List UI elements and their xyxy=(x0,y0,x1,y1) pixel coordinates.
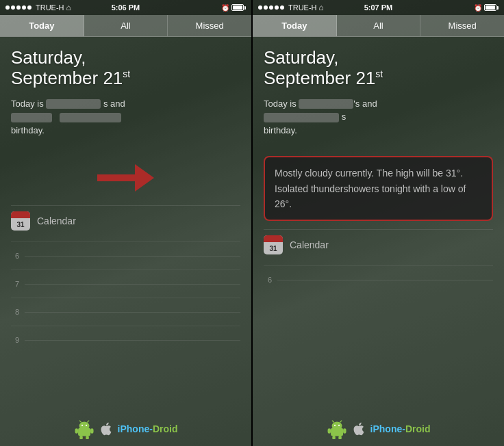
blurred-name2-left xyxy=(11,113,52,122)
notification-tabs-right[interactable]: Today All Missed xyxy=(253,15,504,37)
svg-point-13 xyxy=(333,425,335,426)
dot1 xyxy=(5,5,10,10)
calendar-label-right: Calendar xyxy=(290,239,329,250)
notification-tabs-left[interactable]: Today All Missed xyxy=(0,15,251,37)
date-line1-left: Saturday, xyxy=(11,47,86,68)
right-arrow xyxy=(97,164,154,192)
apple-logo-right xyxy=(351,421,366,436)
content-right: Saturday, September 21st Today is 's and… xyxy=(253,37,504,150)
svg-rect-8 xyxy=(90,428,94,434)
wifi-icon-right: ⌂ xyxy=(319,3,324,12)
status-left-right: TRUE-H ⌂ xyxy=(258,3,324,12)
svg-point-12 xyxy=(331,422,342,430)
cal-header-right xyxy=(264,235,283,242)
dot5r xyxy=(280,5,284,10)
svg-line-6 xyxy=(87,421,88,422)
carrier-right: TRUE-H xyxy=(288,3,317,12)
tab-all-right[interactable]: All xyxy=(337,15,421,36)
date-line1-right: Saturday, xyxy=(264,47,338,68)
tab-today-left[interactable]: Today xyxy=(0,15,84,36)
time-line-9-left: 9 xyxy=(11,326,240,354)
dot1r xyxy=(258,5,262,10)
android-logo-right xyxy=(327,419,347,439)
calendar-section-left: 31 Calendar xyxy=(0,205,251,236)
birthday-text-right: Today is 's and s birthday. xyxy=(264,97,493,137)
carrier-left: TRUE-H xyxy=(36,3,64,12)
svg-point-3 xyxy=(81,425,82,426)
date-heading-right: Saturday, September 21st xyxy=(264,48,493,89)
status-right-right: ⏰ xyxy=(474,4,499,12)
svg-rect-7 xyxy=(75,428,78,434)
time-6-right: 6 xyxy=(264,276,272,284)
date-suffix-right: st xyxy=(375,68,383,79)
watermark-iphone-left: iPhone xyxy=(118,423,150,434)
dot2 xyxy=(11,5,15,10)
arrow-line xyxy=(97,174,135,181)
watermark-droid-right: Droid xyxy=(405,423,431,434)
time-line-6-right: 6 xyxy=(264,265,493,293)
battery-right xyxy=(484,4,499,11)
battery-left xyxy=(231,4,246,11)
svg-line-15 xyxy=(332,421,333,422)
svg-line-16 xyxy=(340,421,341,422)
birthday-intro-right: Today is xyxy=(264,99,297,109)
cal-body-right: 31 xyxy=(264,242,283,254)
date-suffix-left: st xyxy=(123,68,130,79)
watermark-iphone-right: iPhone xyxy=(370,423,403,434)
watermark-text-left: iPhone-Droid xyxy=(118,423,178,434)
time-lines-right: 6 xyxy=(253,260,504,299)
dot5 xyxy=(27,5,32,10)
watermark-right: iPhone-Droid xyxy=(327,419,431,439)
status-right-left: ⏰ xyxy=(221,4,246,12)
svg-rect-17 xyxy=(327,428,331,434)
time-left: 5:06 PM xyxy=(112,3,140,12)
birthday-suffix-right: birthday. xyxy=(264,125,297,135)
cal-body-left: 31 xyxy=(11,218,30,231)
tab-missed-right[interactable]: Missed xyxy=(420,15,504,36)
calendar-item-right: 31 Calendar xyxy=(264,229,493,260)
status-left-left: TRUE-H ⌂ xyxy=(5,3,71,12)
svg-point-0 xyxy=(77,437,91,439)
svg-line-5 xyxy=(79,421,81,422)
rule-9-left xyxy=(25,340,240,341)
time-lines-left: 6 7 8 9 xyxy=(0,236,251,359)
svg-rect-9 xyxy=(79,436,83,439)
svg-point-14 xyxy=(338,425,339,426)
rule-6-right xyxy=(277,280,493,280)
time-line-7-left: 7 xyxy=(11,270,240,298)
android-logo-left xyxy=(74,419,94,439)
arrow-head xyxy=(135,164,154,192)
svg-rect-18 xyxy=(343,428,346,434)
date-line2-left: September 21 xyxy=(11,68,123,88)
right-phone-panel: TRUE-H ⌂ 5:07 PM ⏰ Today All Missed Satu… xyxy=(253,0,504,446)
svg-rect-19 xyxy=(332,436,336,439)
rule-7-left xyxy=(25,284,240,285)
time-6-left: 6 xyxy=(11,252,19,260)
blurred-name1-right xyxy=(299,99,353,109)
status-bar-right: TRUE-H ⌂ 5:07 PM ⏰ xyxy=(253,0,504,15)
watermark-text-right: iPhone-Droid xyxy=(370,423,431,434)
birthday-text-left: Today is s and birthday. xyxy=(11,97,240,137)
tab-today-right[interactable]: Today xyxy=(253,15,337,36)
status-bar-left: TRUE-H ⌂ 5:06 PM ⏰ xyxy=(0,0,251,15)
tab-all-left[interactable]: All xyxy=(84,15,168,36)
signal-dots-right xyxy=(258,5,284,10)
arrow-area xyxy=(0,150,251,205)
blurred-name3-left xyxy=(60,113,121,122)
birthday-connector-left: s and xyxy=(103,99,125,109)
rule-8-left xyxy=(25,312,240,313)
alarm-icon-left: ⏰ xyxy=(221,4,229,12)
birthday-intro-left: Today is xyxy=(11,99,44,109)
rule-6-left xyxy=(25,256,240,257)
left-phone-panel: TRUE-H ⌂ 5:06 PM ⏰ Today All Missed Satu… xyxy=(0,0,251,446)
time-line-8-left: 8 xyxy=(11,298,240,326)
svg-rect-20 xyxy=(338,436,342,439)
tab-missed-left[interactable]: Missed xyxy=(168,15,251,36)
calendar-icon-right: 31 xyxy=(264,235,283,254)
date-heading-left: Saturday, September 21st xyxy=(11,48,240,89)
calendar-label-left: Calendar xyxy=(37,215,76,226)
alarm-icon-right: ⏰ xyxy=(474,4,482,12)
svg-point-2 xyxy=(79,422,89,430)
calendar-section-right: 31 Calendar xyxy=(253,229,504,260)
dot3 xyxy=(16,5,21,10)
